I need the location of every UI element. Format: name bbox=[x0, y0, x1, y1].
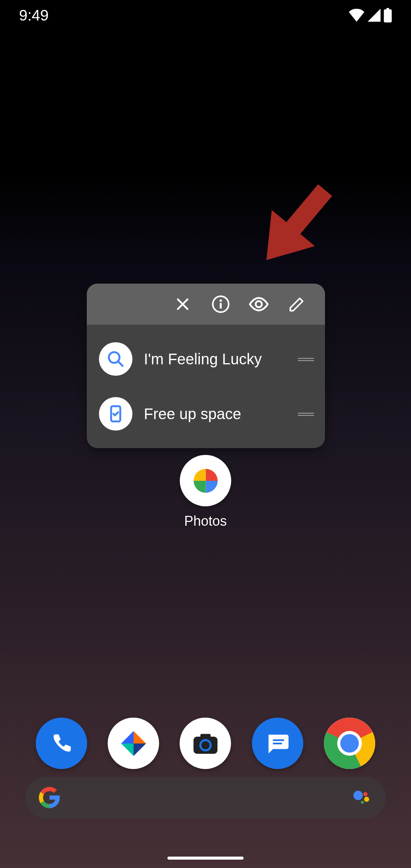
status-bar: 9:49 bbox=[0, 0, 411, 30]
phone-icon bbox=[49, 731, 74, 756]
search-icon bbox=[107, 350, 125, 368]
battery-icon bbox=[384, 8, 392, 22]
app-photos[interactable]: Photos bbox=[180, 455, 231, 529]
shortcut-free-up-space[interactable]: Free up space ══ bbox=[87, 386, 325, 441]
annotation-arrow bbox=[232, 168, 346, 282]
svg-point-5 bbox=[220, 300, 222, 302]
pencil-icon bbox=[288, 295, 306, 313]
drag-handle-icon[interactable]: ══ bbox=[298, 407, 313, 421]
camera-app[interactable] bbox=[180, 718, 231, 769]
svg-marker-13 bbox=[121, 744, 134, 756]
files-app[interactable] bbox=[108, 718, 159, 769]
edit-button[interactable] bbox=[278, 285, 316, 323]
svg-point-23 bbox=[340, 734, 359, 753]
shortcut-label: I'm Feeling Lucky bbox=[144, 351, 287, 368]
svg-point-24 bbox=[354, 791, 363, 800]
drag-handle-icon[interactable]: ══ bbox=[298, 352, 313, 366]
app-label: Photos bbox=[184, 513, 227, 529]
svg-marker-12 bbox=[121, 731, 134, 744]
app-shortcut-popup: I'm Feeling Lucky ══ Free up space ══ bbox=[87, 284, 325, 448]
camera-icon bbox=[188, 726, 223, 761]
popup-caret bbox=[200, 447, 212, 448]
svg-point-18 bbox=[201, 741, 210, 749]
svg-point-25 bbox=[363, 792, 367, 796]
chrome-app[interactable] bbox=[324, 718, 375, 769]
svg-rect-0 bbox=[384, 9, 392, 22]
info-button[interactable] bbox=[202, 285, 240, 323]
eye-icon bbox=[248, 294, 269, 315]
wifi-icon bbox=[349, 9, 365, 22]
svg-point-26 bbox=[364, 797, 369, 802]
photos-icon bbox=[188, 464, 223, 498]
signal-icon bbox=[368, 9, 381, 22]
dock bbox=[0, 718, 411, 769]
svg-marker-14 bbox=[134, 744, 146, 756]
search-bar[interactable] bbox=[25, 777, 386, 819]
pause-button[interactable] bbox=[240, 285, 278, 323]
svg-marker-11 bbox=[134, 731, 146, 744]
phone-icon-badge bbox=[99, 397, 132, 431]
svg-rect-6 bbox=[220, 303, 222, 309]
chrome-icon bbox=[324, 718, 375, 769]
info-icon bbox=[211, 295, 230, 314]
status-icons bbox=[349, 8, 392, 22]
google-g-icon bbox=[39, 787, 60, 808]
assistant-icon[interactable] bbox=[351, 787, 372, 808]
navigation-handle[interactable] bbox=[167, 857, 244, 860]
messages-icon bbox=[264, 730, 291, 757]
phone-check-icon bbox=[107, 405, 125, 423]
svg-rect-1 bbox=[387, 8, 389, 10]
svg-point-7 bbox=[256, 301, 262, 307]
shortcut-feeling-lucky[interactable]: I'm Feeling Lucky ══ bbox=[87, 332, 325, 386]
status-time: 9:49 bbox=[19, 7, 49, 24]
phone-app[interactable] bbox=[36, 718, 87, 769]
svg-rect-16 bbox=[200, 734, 210, 738]
search-icon-badge bbox=[99, 342, 132, 376]
app-photos-icon bbox=[180, 455, 231, 506]
popup-body: I'm Feeling Lucky ══ Free up space ══ bbox=[87, 325, 325, 448]
shortcut-label: Free up space bbox=[144, 405, 287, 423]
svg-line-9 bbox=[118, 361, 123, 366]
files-icon bbox=[119, 729, 148, 758]
messages-app[interactable] bbox=[252, 718, 303, 769]
popup-header bbox=[87, 284, 325, 325]
svg-point-27 bbox=[361, 801, 364, 804]
close-icon bbox=[174, 296, 191, 313]
close-button[interactable] bbox=[164, 285, 202, 323]
